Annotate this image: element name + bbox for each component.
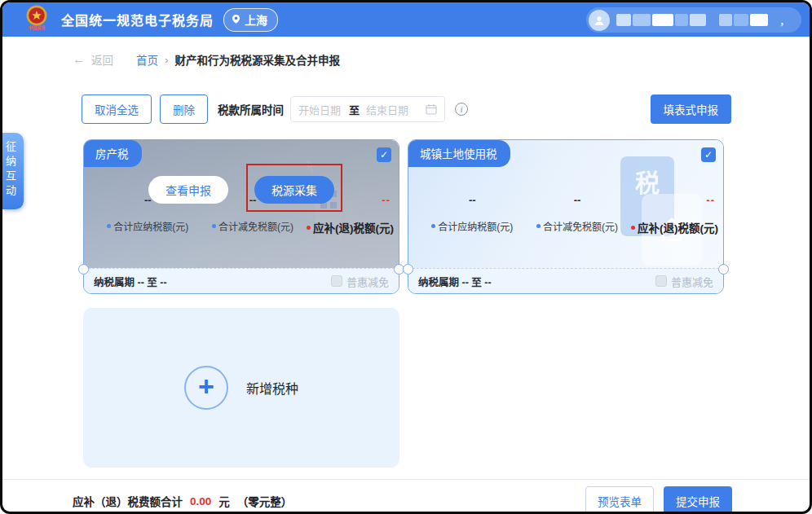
add-tax-type-label: 新增税种 (246, 378, 298, 398)
start-date-input[interactable]: 开始日期 (298, 102, 341, 117)
card-lower-strip: 纳税属期 -- 至 -- 普惠减免 (408, 268, 723, 293)
tax-type-badge: 城镇土地使用税 (408, 140, 510, 167)
date-range-separator: 至 (349, 102, 360, 117)
red-dot-icon (307, 226, 311, 230)
page-title: 财产和行为税税源采集及合并申报 (175, 51, 341, 68)
card-action-buttons: 查看申报 税源采集 (84, 176, 399, 204)
tax-period-date-range-input[interactable]: 开始日期 至 结束日期 (290, 96, 445, 122)
emblem-caption: 中国税务 (29, 26, 46, 30)
toolbar: 取消全选 删除 税款所属时间 开始日期 至 结束日期 填表式申报 (82, 94, 731, 124)
add-tax-type-card[interactable]: + 新增税种 (83, 308, 399, 468)
relief-checkbox-row[interactable]: 普惠减免 (331, 274, 389, 289)
redacted-taxpayer-id (719, 14, 768, 26)
user-account-pill[interactable]: ， (586, 7, 801, 33)
location-pin-icon (232, 14, 241, 24)
stat-label: 合计减免税额(元) (218, 219, 293, 233)
footer-bar: 应补（退）税费额合计 0.00 元 （零元整） 预览表单 提交申报 (73, 486, 732, 514)
card-checkbox-checked[interactable] (377, 147, 391, 162)
card-stats: -- 合计应纳税额(元) -- 合计减免税额(元) -- 应补(退)税额(元) (418, 194, 718, 235)
tax-card-property-tax[interactable]: -- 合计应纳税额(元) -- 合计减免税额(元) -- 应补(退)税额(元) … (83, 139, 399, 294)
stat-total-reduction: -- 合计减免税额(元) (526, 194, 628, 233)
total-unit: 元 (218, 493, 230, 509)
user-avatar (589, 10, 610, 31)
location-label: 上海 (245, 11, 267, 28)
submit-declaration-button[interactable]: 提交申报 (664, 486, 732, 514)
tax-source-collection-button[interactable]: 税源采集 (254, 176, 334, 204)
tax-belonging-period: 纳税属期 -- 至 -- (94, 274, 167, 289)
back-button[interactable]: 返回 (73, 51, 113, 68)
stat-label: 应补(退)税额(元) (638, 219, 718, 235)
ticket-notch-left (403, 264, 413, 275)
stat-total-payable: -- 合计应纳税额(元) (418, 194, 526, 233)
footer-divider (2, 479, 810, 480)
tax-bureau-emblem-logo: 中国税务 (20, 5, 53, 34)
person-icon (593, 14, 606, 27)
sidebar-tab-interaction[interactable]: 征纳互动 (2, 133, 24, 209)
breadcrumb-separator: › (165, 54, 169, 66)
redacted-taxpayer-name (616, 14, 706, 26)
location-selector[interactable]: 上海 (223, 8, 278, 32)
end-date-input[interactable]: 结束日期 (366, 102, 426, 117)
delete-button[interactable]: 删除 (160, 94, 208, 124)
tax-type-badge: 房产税 (84, 140, 142, 167)
blue-dot-icon (107, 224, 111, 228)
ticket-notch-left (78, 264, 89, 275)
tax-card-urban-land-use-tax[interactable]: 税 -- 合计应纳税额(元) -- 合计减免税额(元) -- 应补( (408, 139, 724, 294)
total-amount: 0.00 (190, 495, 211, 507)
stat-label: 应补(退)税额(元) (313, 219, 394, 235)
national-emblem-icon (26, 5, 47, 26)
ticket-notch-right (718, 264, 729, 275)
user-name-suffix: ， (779, 12, 790, 28)
relief-checkbox[interactable] (331, 275, 342, 287)
breadcrumb-home[interactable]: 首页 (136, 51, 158, 68)
breadcrumb: 返回 首页 › 财产和行为税税源采集及合并申报 (73, 51, 340, 68)
view-declaration-button[interactable]: 查看申报 (148, 176, 228, 204)
red-dot-icon (631, 226, 635, 230)
stat-value: -- (706, 194, 718, 212)
app-window: 中国税务 全国统一规范电子税务局 上海 (0, 0, 812, 514)
cancel-select-all-button[interactable]: 取消全选 (82, 94, 152, 124)
relief-checkbox[interactable] (655, 275, 667, 287)
calendar-icon[interactable] (426, 103, 437, 115)
plus-icon: + (184, 366, 228, 410)
app-title: 全国统一规范电子税务局 (61, 10, 214, 29)
card-lower-strip: 纳税属期 -- 至 -- 普惠减免 (84, 268, 399, 293)
stat-value: -- (469, 194, 476, 212)
blue-dot-icon (431, 224, 435, 228)
relief-label: 普惠减免 (671, 274, 713, 289)
card-checkbox-checked[interactable] (701, 147, 716, 162)
blue-dot-icon (536, 224, 541, 228)
stat-tax-due: -- 应补(退)税额(元) (629, 194, 718, 235)
total-in-words: （零元整） (237, 493, 293, 509)
blue-dot-icon (212, 224, 216, 228)
stat-value: -- (574, 194, 581, 212)
stat-label: 合计减免税额(元) (543, 219, 618, 233)
preview-form-button[interactable]: 预览表单 (585, 486, 654, 514)
tax-period-label: 税款所属时间 (218, 101, 284, 117)
app-header: 中国税务 全国统一规范电子税务局 上海 (2, 2, 810, 37)
tax-belonging-period: 纳税属期 -- 至 -- (418, 274, 492, 289)
info-icon[interactable] (455, 103, 468, 116)
relief-checkbox-row[interactable]: 普惠减免 (655, 274, 713, 289)
total-due-summary: 应补（退）税费额合计 0.00 元 （零元整） (73, 493, 292, 509)
relief-label: 普惠减免 (346, 274, 389, 289)
stat-label: 合计应纳税额(元) (438, 219, 513, 233)
stat-label: 合计应纳税额(元) (113, 219, 188, 233)
form-style-declare-button[interactable]: 填表式申报 (651, 94, 732, 124)
total-prefix: 应补（退）税费额合计 (73, 493, 183, 509)
